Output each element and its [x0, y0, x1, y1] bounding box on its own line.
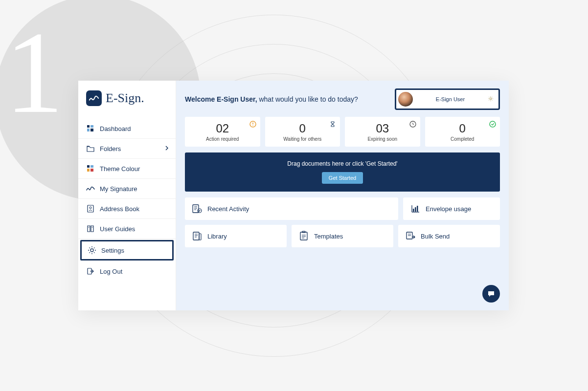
sidebar-item-label: Theme Colour [100, 165, 140, 173]
svg-rect-0 [87, 125, 90, 128]
hourglass-icon [329, 121, 336, 128]
main-content: Welcome E-Sign User, what would you like… [176, 81, 509, 310]
svg-point-19 [490, 121, 496, 127]
logo: E-Sign. [78, 81, 176, 114]
svg-rect-3 [90, 129, 93, 131]
stat-value: 0 [429, 122, 497, 135]
svg-rect-1 [90, 125, 93, 128]
palette-icon [86, 164, 95, 173]
sidebar-item-label: Address Book [100, 205, 139, 213]
svg-rect-35 [300, 232, 307, 240]
dropzone-text: Drag documents here or click 'Get Starte… [193, 160, 492, 167]
sidebar-item-user-guides[interactable]: User Guides [78, 219, 176, 239]
svg-point-14 [490, 98, 492, 100]
stats-row: 02 Action required 0 Waiting for others … [185, 117, 500, 147]
stat-label: Action required [189, 136, 256, 142]
stat-label: Waiting for others [269, 136, 337, 142]
sidebar-item-address-book[interactable]: Address Book [78, 199, 176, 219]
avatar [398, 92, 413, 107]
topbar: Welcome E-Sign User, what would you like… [185, 88, 500, 110]
chevron-right-icon [165, 145, 169, 152]
sidebar-nav: Dashboard Folders Theme Colour [78, 119, 176, 281]
card-label: Templates [314, 233, 343, 240]
user-chip[interactable]: E-Sign User [395, 88, 500, 110]
sidebar-item-dashboard[interactable]: Dashboard [78, 119, 176, 139]
dropzone[interactable]: Drag documents here or click 'Get Starte… [185, 152, 500, 192]
signature-icon [86, 184, 95, 193]
stat-completed[interactable]: 0 Completed [425, 117, 500, 147]
check-circle-icon [489, 121, 496, 128]
gear-icon[interactable] [488, 96, 494, 103]
bar-chart-icon [410, 203, 421, 214]
get-started-button[interactable]: Get Started [322, 172, 363, 184]
card-templates[interactable]: Templates [292, 225, 393, 247]
bg-step-number: 1 [5, 5, 64, 140]
sidebar-item-label: Settings [101, 247, 124, 254]
stat-label: Expiring soon [349, 136, 416, 142]
cards-row-2: Library Templates Bulk Send [185, 225, 500, 247]
card-label: Envelope usage [426, 205, 471, 213]
sidebar-item-my-signature[interactable]: My Signature [78, 179, 176, 199]
alert-icon [249, 121, 256, 128]
svg-point-17 [252, 125, 253, 126]
sidebar-item-folders[interactable]: Folders [78, 139, 176, 159]
logo-mark-icon [86, 90, 102, 106]
svg-rect-2 [87, 129, 90, 131]
chat-fab[interactable] [482, 285, 500, 303]
address-book-icon [86, 204, 95, 213]
svg-rect-27 [413, 209, 414, 212]
stat-action-required[interactable]: 02 Action required [185, 117, 260, 147]
logo-text: E-Sign. [106, 91, 144, 106]
stat-expiring[interactable]: 03 Expiring soon [345, 117, 420, 147]
welcome-rest: what would you like to do today? [257, 95, 358, 103]
svg-rect-29 [417, 206, 418, 212]
card-library[interactable]: Library [185, 225, 287, 247]
welcome-bold: Welcome E-Sign User, [185, 95, 257, 103]
stat-value: 02 [189, 122, 256, 135]
sidebar-item-label: Log Out [100, 268, 122, 275]
folder-icon [86, 144, 95, 153]
card-label: Bulk Send [421, 233, 450, 240]
svg-point-12 [90, 249, 93, 252]
svg-rect-30 [193, 232, 199, 240]
svg-rect-6 [87, 169, 90, 172]
card-envelope-usage[interactable]: Envelope usage [403, 197, 500, 220]
clock-icon [409, 121, 416, 128]
user-name: E-Sign User [432, 96, 468, 102]
welcome-message: Welcome E-Sign User, what would you like… [185, 95, 358, 103]
stat-label: Completed [429, 136, 497, 142]
sidebar-item-logout[interactable]: Log Out [78, 261, 176, 281]
card-label: Library [207, 233, 227, 240]
logout-icon [86, 267, 95, 276]
bulk-send-icon [405, 231, 416, 241]
app-window: E-Sign. Dashboard Folders [78, 81, 509, 310]
stat-value: 0 [269, 122, 337, 135]
sidebar-item-settings[interactable]: Settings [80, 240, 174, 261]
sidebar-item-label: Folders [100, 145, 121, 152]
templates-icon [298, 231, 309, 241]
library-icon [192, 231, 203, 241]
chat-icon [487, 289, 496, 298]
card-recent-activity[interactable]: Recent Activity [185, 197, 398, 220]
sidebar-item-label: User Guides [100, 225, 135, 233]
book-icon [86, 224, 95, 233]
gear-icon [88, 246, 96, 255]
svg-rect-28 [415, 207, 416, 212]
svg-rect-4 [87, 165, 90, 168]
stat-waiting[interactable]: 0 Waiting for others [265, 117, 340, 147]
dashboard-icon [86, 124, 95, 133]
svg-rect-5 [90, 165, 93, 168]
card-bulk-send[interactable]: Bulk Send [398, 225, 500, 247]
stat-value: 03 [349, 122, 416, 135]
svg-rect-7 [90, 169, 93, 172]
svg-point-9 [90, 207, 91, 209]
sidebar-item-label: My Signature [100, 185, 137, 193]
sidebar: E-Sign. Dashboard Folders [78, 81, 176, 310]
sidebar-item-label: Dashboard [100, 125, 131, 132]
card-label: Recent Activity [207, 205, 249, 213]
recent-activity-icon [192, 203, 203, 214]
cards-row-1: Recent Activity Envelope usage [185, 197, 500, 220]
sidebar-item-theme-colour[interactable]: Theme Colour [78, 159, 176, 179]
